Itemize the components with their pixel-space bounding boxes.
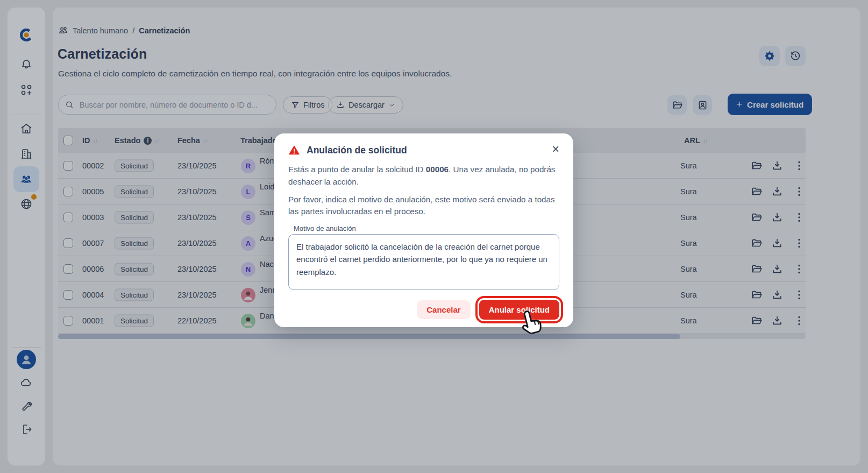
cancel-button[interactable]: Cancelar [417,300,470,319]
app-window: Talento humano / Carnetización Carnetiza… [0,0,868,473]
request-id: 00006 [426,165,449,174]
reason-textarea[interactable]: El trabajador solicitó la cancelación de… [288,234,559,290]
modal-body-text: Por favor, indica el motivo de anulación… [288,194,559,218]
close-icon[interactable]: × [552,143,559,156]
modal-title: Anulación de solicitud [307,145,407,156]
reason-field-label: Motivo de anulación [294,224,559,232]
modal-body-text: Estás a punto de anular la solcitud ID 0… [288,164,559,188]
cancel-request-modal: Anulación de solicitud × Estás a punto d… [274,133,573,327]
warning-triangle-icon [288,144,300,156]
